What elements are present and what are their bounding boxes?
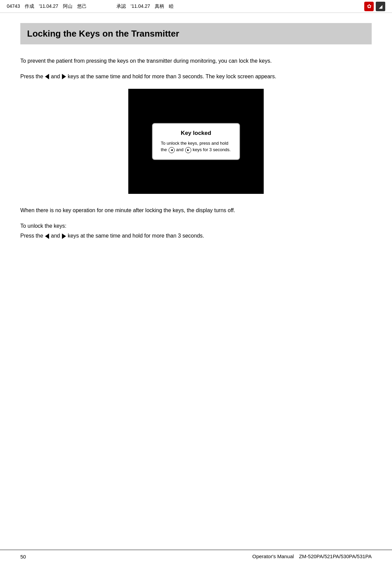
intro-text: To prevent the patient from pressing the… [20,58,272,64]
header-right-icons: ✿ ◢ [364,2,385,11]
page-number: 50 [20,554,26,560]
key-locked-dialog: Key locked To unlock the keys, press and… [152,123,240,160]
unlock-label-paragraph: To unlock the keys: [20,222,372,230]
header-left: 04743 作成 '11.04.27 阿山 悠己 承認 '11.04.27 真柄… [7,3,364,9]
when-note-text: When there is no key operation for one m… [20,207,235,213]
main-content: Locking the Keys on the Transmitter To p… [0,13,392,274]
press-prefix: Press the [20,74,43,79]
unlock-left-arrow-icon [45,233,49,239]
header-bar: 04743 作成 '11.04.27 阿山 悠己 承認 '11.04.27 真柄… [0,0,392,13]
header-left-text: 04743 作成 '11.04.27 阿山 悠己 [7,3,87,9]
dialog-body-suffix: keys for 3 seconds. [193,147,231,152]
press-instruction-paragraph: Press the and keys at the same time and … [20,72,372,81]
header-right-text: 承認 '11.04.27 真柄 睦 [116,3,174,9]
unlock-label-text: To unlock the keys: [20,223,66,229]
right-arrow-icon [62,74,66,79]
press-suffix: keys at the same time and hold for more … [68,74,276,79]
dialog-body: To unlock the keys, press and hold the ◀… [161,140,231,153]
dark-icon: ◢ [376,2,385,11]
screenshot-container: Key locked To unlock the keys, press and… [20,89,372,194]
device-screen: Key locked To unlock the keys, press and… [128,89,264,194]
press-and: and [51,74,60,79]
section-title: Locking the Keys on the Transmitter [27,28,365,39]
unlock-and: and [51,233,62,239]
unlock-right-arrow-icon [62,233,66,239]
intro-paragraph: To prevent the patient from pressing the… [20,57,372,65]
unlock-suffix: keys at the same time and hold for more … [68,233,204,239]
manual-title: Operator's Manual ZM-520PA/521PA/530PA/5… [252,553,372,560]
dialog-title: Key locked [161,130,231,137]
dialog-body-and: and [176,147,184,152]
unlock-instruction-paragraph: Press the and keys at the same time and … [20,231,372,240]
left-arrow-icon [45,74,49,79]
when-note-paragraph: When there is no key operation for one m… [20,206,372,215]
red-icon: ✿ [364,2,374,11]
dialog-right-circle-icon: ▶ [185,147,191,153]
unlock-prefix: Press the [20,233,43,239]
section-title-box: Locking the Keys on the Transmitter [20,23,372,44]
dialog-left-circle-icon: ◀ [169,147,175,153]
footer: 50 Operator's Manual ZM-520PA/521PA/530P… [0,550,392,560]
